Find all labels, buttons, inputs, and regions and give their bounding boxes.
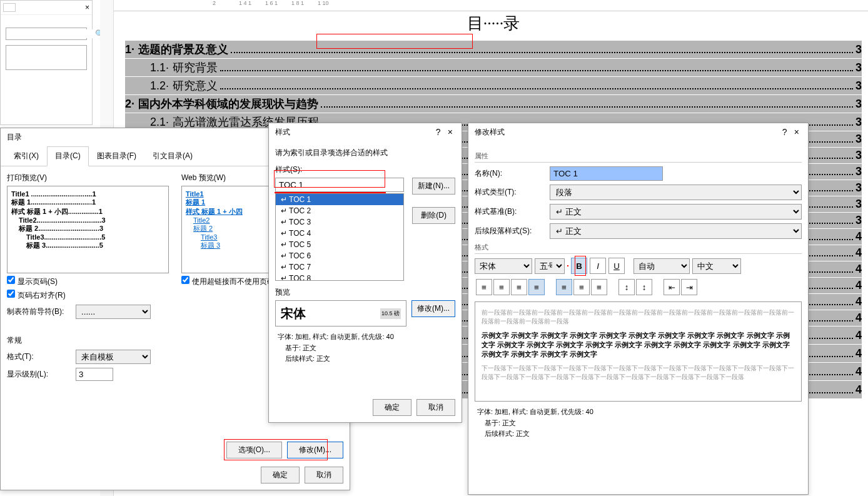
line-spacing-1-button[interactable]: ≡: [556, 279, 572, 295]
type-select[interactable]: 段落: [550, 185, 802, 200]
dialog-title: 样式: [275, 127, 290, 138]
cancel-button[interactable]: 取消: [416, 399, 455, 416]
lang-select[interactable]: 中文: [692, 258, 741, 274]
print-preview: Title1 ................................1…: [7, 186, 169, 273]
style-list-item[interactable]: ↵ TOC 4: [276, 228, 403, 239]
highlight-box-4: [575, 256, 586, 276]
style-list-item[interactable]: ↵ TOC 6: [276, 250, 403, 261]
toc-title: 目·····录: [125, 13, 862, 34]
next-label: 后续段落样式(S):: [475, 226, 550, 236]
tab-citations[interactable]: 引文目录(A): [144, 146, 201, 166]
sample-preview: 前一段落前一段落前一段落前一段落前一段落前一段落前一段落前一段落前一段落前一段落…: [475, 301, 802, 402]
line-spacing-2-button[interactable]: ≡: [591, 279, 607, 295]
help-icon[interactable]: ?: [433, 127, 443, 137]
style-desc-1: 字体: 加粗, 样式: 自动更新, 优先级: 40: [278, 332, 453, 343]
style-dialog: 样式 ? × 请为索引或目录项选择合适的样式 样式(S): ↵ TOC 1↵ T…: [268, 123, 462, 423]
mod-desc-2: 基于: 正文: [477, 418, 799, 429]
toc-line[interactable]: 1·选题的背景及意义3: [125, 41, 862, 58]
nav-list[interactable]: [6, 45, 87, 70]
name-input[interactable]: [550, 166, 663, 181]
toc-line[interactable]: 2·国内外本学科领域的发展现状与趋势3: [125, 95, 862, 113]
close-icon[interactable]: ×: [85, 3, 89, 12]
align-center-button[interactable]: ≡: [493, 279, 510, 295]
name-label: 名称(N):: [475, 168, 550, 179]
tab-index[interactable]: 索引(X): [6, 146, 47, 166]
highlight-box-3: [274, 170, 385, 188]
modify-style-dialog: 修改样式 ? × 属性 名称(N): 样式类型(T): 段落 样式基准(B): …: [468, 123, 809, 495]
highlight-box-2: [224, 439, 328, 460]
style-desc-3: 后续样式: 正文: [278, 353, 453, 365]
new-button[interactable]: 新建(N)...: [412, 178, 455, 195]
tab-leader-label: 制表符前导符(B):: [7, 306, 76, 317]
ok-button[interactable]: 确定: [373, 399, 411, 416]
toc-line[interactable]: 1.2·研究意义3: [125, 77, 862, 94]
style-list-item[interactable]: ↵ TOC 3: [276, 216, 403, 228]
toc-line[interactable]: 1.1·研究背景3: [125, 59, 862, 76]
style-list-item[interactable]: ↵ TOC 8: [276, 273, 403, 281]
next-select[interactable]: ↵ 正文: [550, 223, 802, 239]
show-page-checkbox[interactable]: 显示页码(S): [7, 277, 58, 286]
tab-figures[interactable]: 图表目录(F): [89, 146, 144, 166]
format-label: 格式: [475, 243, 802, 254]
type-label: 样式类型(T):: [475, 187, 550, 198]
print-preview-label: 打印预览(V): [7, 173, 169, 183]
modify-style-button[interactable]: 修改(M)...: [411, 300, 455, 317]
delete-button[interactable]: 删除(D): [412, 207, 455, 224]
levels-input[interactable]: [76, 368, 113, 381]
search-box[interactable]: 🔍 ▾: [6, 28, 87, 40]
ok-button[interactable]: 确定: [261, 467, 300, 483]
style-desc-2: 基于: 正文: [278, 343, 453, 354]
format-label: 格式(T):: [7, 352, 76, 362]
font-select[interactable]: 宋体: [475, 258, 532, 274]
align-left-button[interactable]: ≡: [476, 279, 492, 295]
properties-label: 属性: [475, 151, 802, 163]
help-icon[interactable]: ?: [780, 127, 790, 137]
space-after-button[interactable]: ↕: [636, 279, 652, 295]
dialog-title: 修改样式: [475, 127, 505, 138]
levels-label: 显示级别(L):: [7, 369, 76, 380]
base-select[interactable]: ↵ 正文: [550, 204, 802, 220]
style-list-item[interactable]: ↵ TOC 7: [276, 261, 403, 273]
navigation-pane: × 🔍 ▾: [0, 0, 93, 125]
highlight-box: [316, 34, 473, 49]
style-list[interactable]: ↵ TOC 1↵ TOC 2↵ TOC 3↵ TOC 4↵ TOC 5↵ TOC…: [275, 193, 404, 281]
horizontal-ruler: 21 4 11 6 11 8 11 10: [100, 0, 868, 11]
format-select[interactable]: 来自模板: [76, 350, 151, 364]
underline-button[interactable]: U: [608, 258, 625, 274]
close-icon[interactable]: ×: [445, 127, 455, 137]
dialog-title: 目录: [7, 132, 22, 143]
right-align-checkbox[interactable]: 页码右对齐(R): [7, 291, 66, 300]
indent-dec-button[interactable]: ⇤: [664, 279, 680, 295]
indent-inc-button[interactable]: ⇥: [681, 279, 697, 295]
tab-toc[interactable]: 目录(C): [47, 146, 89, 166]
color-select[interactable]: 自动: [633, 258, 690, 274]
base-label: 样式基准(B):: [475, 206, 550, 217]
align-justify-button[interactable]: ≡: [528, 279, 545, 295]
search-input[interactable]: [9, 29, 95, 38]
italic-button[interactable]: I: [590, 258, 606, 274]
tab-leader-select[interactable]: ......: [76, 305, 151, 319]
cancel-button[interactable]: 取消: [305, 467, 343, 483]
mod-desc-3: 后续样式: 正文: [477, 428, 799, 440]
size-select[interactable]: 五号: [535, 258, 565, 274]
line-spacing-15-button[interactable]: ≡: [573, 279, 590, 295]
preview-label: 预览: [275, 287, 455, 298]
close-icon[interactable]: ×: [792, 127, 802, 137]
align-right-button[interactable]: ≡: [511, 279, 527, 295]
style-prompt: 请为索引或目录项选择合适的样式: [275, 148, 455, 158]
dropdown-icon[interactable]: [3, 3, 16, 12]
preview-font: 宋体: [281, 305, 306, 322]
style-list-item[interactable]: ↵ TOC 2: [276, 205, 403, 216]
style-list-item[interactable]: ↵ TOC 5: [276, 239, 403, 250]
mod-desc-1: 字体: 加粗, 样式: 自动更新, 优先级: 40: [477, 407, 799, 418]
style-list-item[interactable]: ↵ TOC 1: [276, 194, 403, 205]
space-before-button[interactable]: ↕: [618, 279, 635, 295]
preview-size: 10.5 磅: [380, 308, 401, 319]
